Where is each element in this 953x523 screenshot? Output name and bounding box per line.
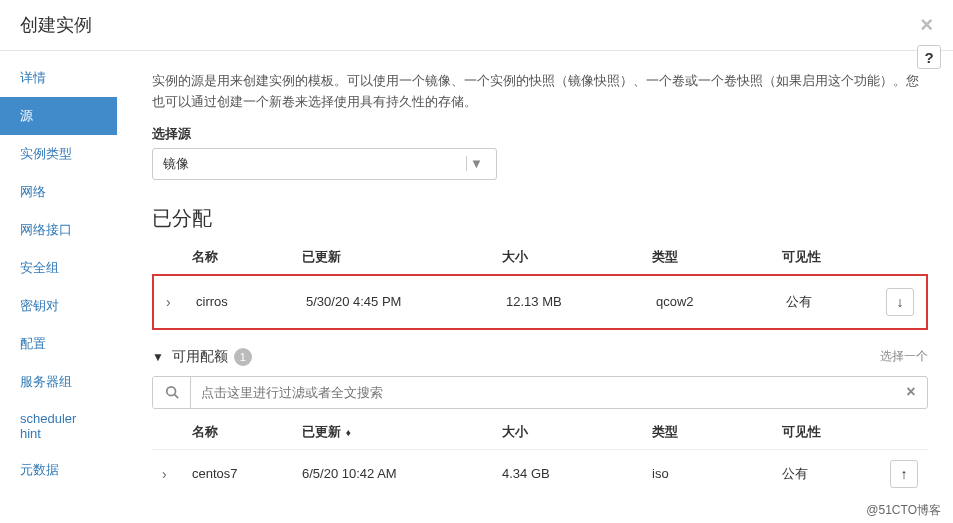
available-title-text: 可用配额 — [172, 348, 228, 366]
modal-title: 创建实例 — [20, 13, 92, 37]
deallocate-button[interactable]: ↓ — [886, 288, 914, 316]
allocated-title: 已分配 — [152, 205, 928, 232]
caret-down-icon: ▼ — [466, 156, 486, 171]
allocated-row: › cirros 5/30/20 4:45 PM 12.13 MB qcow2 … — [156, 278, 924, 326]
search-input[interactable] — [191, 377, 895, 408]
sidebar-item-keypair[interactable]: 密钥对 — [0, 287, 117, 325]
chevron-down-icon: ▼ — [152, 350, 164, 364]
available-row: › centos7 6/5/20 10:42 AM 4.34 GB iso 公有… — [152, 449, 928, 498]
available-table-header: 名称 已更新 ♦ 大小 类型 可见性 — [152, 417, 928, 449]
sidebar-item-flavor[interactable]: 实例类型 — [0, 135, 117, 173]
header-size: 大小 — [502, 248, 652, 266]
allocated-highlight-box: › cirros 5/30/20 4:45 PM 12.13 MB qcow2 … — [152, 274, 928, 330]
avail-header-type[interactable]: 类型 — [652, 423, 782, 441]
footer-credit: @51CTO博客 — [866, 502, 941, 519]
select-one-hint: 选择一个 — [880, 348, 928, 365]
available-type: iso — [652, 466, 782, 481]
available-visibility: 公有 — [782, 465, 882, 483]
available-count-badge: 1 — [234, 348, 252, 366]
available-updated: 6/5/20 10:42 AM — [302, 466, 502, 481]
avail-header-updated[interactable]: 已更新 ♦ — [302, 423, 502, 441]
avail-header-size[interactable]: 大小 — [502, 423, 652, 441]
header-updated: 已更新 — [302, 248, 502, 266]
wizard-sidebar: 详情 源 实例类型 网络 网络接口 安全组 密钥对 配置 服务器组 schedu… — [0, 51, 117, 508]
available-name: centos7 — [192, 466, 302, 481]
chevron-right-icon[interactable]: › — [162, 466, 167, 482]
allocated-size: 12.13 MB — [506, 294, 656, 309]
svg-point-0 — [166, 387, 175, 396]
header-name: 名称 — [192, 248, 302, 266]
avail-header-name[interactable]: 名称 — [192, 423, 302, 441]
select-source-dropdown[interactable]: 镜像 ▼ — [152, 148, 497, 180]
sidebar-item-details[interactable]: 详情 — [0, 59, 117, 97]
header-visibility: 可见性 — [782, 248, 882, 266]
arrow-down-icon: ↓ — [897, 294, 904, 310]
arrow-up-icon: ↑ — [901, 466, 908, 482]
allocated-type: qcow2 — [656, 294, 786, 309]
search-icon[interactable] — [153, 377, 191, 408]
sidebar-item-scheduler-hint[interactable]: scheduler hint — [0, 401, 117, 451]
header-type: 类型 — [652, 248, 782, 266]
sidebar-item-metadata[interactable]: 元数据 — [0, 451, 117, 489]
sidebar-item-source[interactable]: 源 — [0, 97, 117, 135]
close-icon[interactable]: × — [920, 12, 933, 38]
available-toggle[interactable]: ▼ 可用配额 1 — [152, 348, 252, 366]
select-source-label: 选择源 — [152, 125, 928, 143]
chevron-right-icon[interactable]: › — [166, 294, 171, 310]
allocate-button[interactable]: ↑ — [890, 460, 918, 488]
sidebar-item-network-ports[interactable]: 网络接口 — [0, 211, 117, 249]
sidebar-item-networks[interactable]: 网络 — [0, 173, 117, 211]
sort-indicator-icon: ♦ — [343, 427, 351, 438]
svg-line-1 — [174, 395, 178, 399]
sidebar-item-server-groups[interactable]: 服务器组 — [0, 363, 117, 401]
allocated-table-header: 名称 已更新 大小 类型 可见性 — [152, 242, 928, 274]
select-source-value: 镜像 — [163, 155, 189, 173]
allocated-updated: 5/30/20 4:45 PM — [306, 294, 506, 309]
allocated-visibility: 公有 — [786, 293, 886, 311]
main-panel: 实例的源是用来创建实例的模板。可以使用一个镜像、一个实例的快照（镜像快照）、一个… — [117, 51, 953, 508]
search-bar: × — [152, 376, 928, 409]
clear-search-icon[interactable]: × — [895, 377, 927, 408]
sidebar-item-security-groups[interactable]: 安全组 — [0, 249, 117, 287]
available-size: 4.34 GB — [502, 466, 652, 481]
source-description: 实例的源是用来创建实例的模板。可以使用一个镜像、一个实例的快照（镜像快照）、一个… — [152, 71, 928, 113]
avail-header-visibility[interactable]: 可见性 — [782, 423, 882, 441]
sidebar-item-configuration[interactable]: 配置 — [0, 325, 117, 363]
allocated-name: cirros — [196, 294, 306, 309]
